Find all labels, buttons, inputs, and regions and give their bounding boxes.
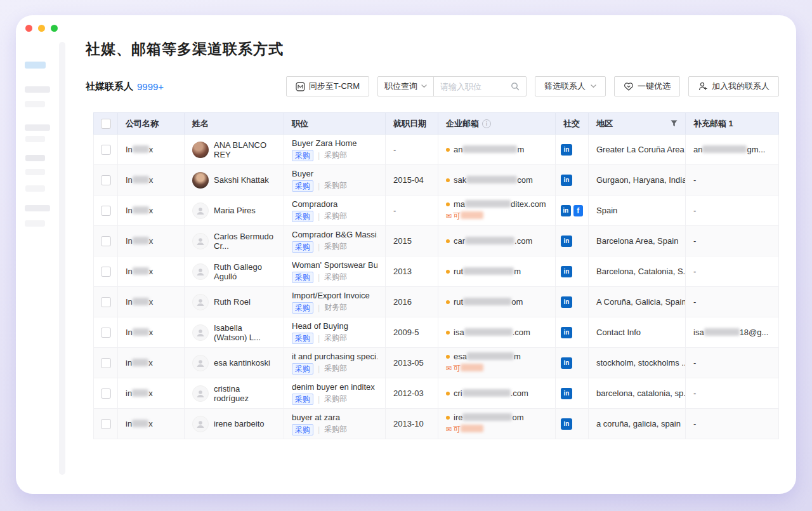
contact-name-cell: Isabella (Watson) L... (185, 317, 284, 348)
reachable-tag: ✉可 (446, 363, 547, 374)
company-name: Inx (126, 145, 153, 154)
region: Spain (596, 206, 617, 215)
region-cell: Greater La Coruña Area (589, 135, 686, 165)
purchase-tag: 采购 (292, 424, 313, 435)
info-icon[interactable]: i (482, 119, 491, 128)
tag-separator: | (318, 151, 320, 160)
region: barcelona, catalonia, sp... (596, 388, 686, 398)
linkedin-icon[interactable]: in (561, 205, 571, 216)
extra-email-cell: - (686, 378, 779, 409)
email-status-dot (446, 416, 450, 420)
avatar-placeholder (192, 416, 209, 432)
purchase-tag: 采购 (292, 241, 313, 253)
position-query-dropdown[interactable]: 职位查询 (378, 77, 434, 96)
row-checkbox[interactable] (101, 328, 111, 338)
region: stockholm, stockholms ... (596, 358, 686, 368)
redacted-blur (466, 176, 517, 183)
contact-name-cell: Carlos Bermudo Cr... (185, 226, 284, 256)
person-icon (195, 388, 206, 399)
facebook-icon[interactable]: f (573, 205, 584, 216)
company-name-cell: Inx (118, 317, 185, 348)
tag-separator: | (318, 395, 320, 404)
redacted-blur (133, 237, 149, 244)
redacted-blur (133, 267, 149, 275)
linkedin-icon[interactable]: in (561, 418, 572, 430)
linkedin-icon[interactable]: in (561, 266, 572, 277)
contacts-count-label: 社媒联系人 (86, 81, 133, 93)
row-checkbox[interactable] (101, 175, 111, 185)
contact-name: Ruth Roel (214, 297, 251, 307)
table-row: InxRuth Gallego AgullóWoman' Sportswear … (94, 256, 779, 287)
avatar-placeholder (192, 233, 209, 249)
table-row: InxANA BLANCO REYBuyer Zara Home采购|采购部-a… (94, 135, 779, 165)
minimize-window-button[interactable] (38, 25, 45, 32)
linkedin-icon[interactable]: in (561, 357, 572, 369)
purchase-tag: 采购 (292, 150, 313, 161)
redacted-blur (467, 352, 514, 360)
close-window-button[interactable] (25, 25, 32, 32)
email-cell: rutm (438, 256, 556, 287)
reachable-tag: ✉可 (446, 211, 547, 222)
extra-email-cell: angm... (686, 135, 779, 165)
search-icon[interactable] (511, 82, 520, 91)
corporate-email: sakcom (454, 175, 533, 185)
hire-date-cell: 2009-5 (386, 317, 438, 348)
region: Greater La Coruña Area (596, 145, 684, 154)
redacted-blur (464, 328, 513, 336)
row-checkbox[interactable] (101, 206, 111, 216)
row-checkbox[interactable] (101, 297, 111, 307)
column-header-extra-email: 补充邮箱 1 (686, 113, 779, 135)
linkedin-icon[interactable]: in (561, 144, 572, 156)
region: Contact Info (596, 328, 641, 337)
department-label: 采购部 (324, 394, 347, 404)
filter-icon[interactable] (671, 120, 678, 127)
corporate-email: anm (454, 145, 524, 154)
contact-name: Sakshi Khattak (214, 175, 269, 185)
linkedin-icon[interactable]: in (561, 175, 572, 186)
linkedin-icon[interactable]: in (561, 296, 572, 308)
tag-separator: | (318, 182, 320, 190)
hire-date: 2013-05 (393, 358, 424, 368)
social-cell: in (556, 317, 589, 348)
redacted-blur (461, 211, 483, 219)
sidebar-skeleton-item (25, 185, 45, 192)
avatar-placeholder (192, 263, 209, 280)
table-body: InxANA BLANCO REYBuyer Zara Home采购|采购部-a… (94, 135, 779, 439)
row-checkbox[interactable] (101, 358, 111, 368)
extra-email: - (693, 267, 696, 276)
position-title: Woman' Sportswear Bu... (292, 260, 377, 270)
row-checkbox[interactable] (101, 236, 111, 246)
position-search-input[interactable] (440, 82, 511, 91)
email-status-dot (446, 148, 450, 152)
hire-date-cell: 2016 (386, 287, 438, 317)
linkedin-icon[interactable]: in (561, 236, 572, 247)
hire-date: 2015 (393, 236, 412, 246)
linkedin-icon[interactable]: in (561, 327, 572, 338)
person-icon (195, 328, 206, 338)
filter-contacts-button[interactable]: 筛选联系人 (535, 76, 606, 96)
extra-email-cell: - (686, 256, 779, 287)
linkedin-icon[interactable]: in (561, 388, 572, 399)
row-checkbox[interactable] (101, 388, 111, 399)
row-checkbox[interactable] (101, 145, 111, 155)
position-cell: Buyer Zara Home采购|采购部 (284, 135, 386, 165)
company-name: Inx (126, 206, 153, 215)
tag-separator: | (318, 212, 320, 221)
corporate-email: cri.com (454, 388, 528, 398)
add-to-contacts-button[interactable]: 加入我的联系人 (688, 76, 779, 96)
position-cell: denim buyer en inditex采购|采购部 (284, 378, 386, 409)
chevron-down-icon (421, 84, 427, 88)
one-click-select-button[interactable]: 一键优选 (614, 76, 680, 96)
row-checkbox[interactable] (101, 419, 111, 429)
redacted-blur (462, 413, 512, 421)
column-header-position: 职位 (284, 113, 386, 135)
position-title: Comprador B&G Massi... (292, 230, 377, 239)
sidebar-skeleton-item (25, 205, 50, 211)
sync-tcrm-button[interactable]: 同步至T-CRM (286, 76, 369, 96)
select-all-checkbox[interactable] (101, 119, 111, 129)
zoom-window-button[interactable] (51, 25, 58, 32)
email-cell: cri.com (438, 378, 556, 409)
redacted-blur (702, 145, 747, 153)
contact-name-cell: Ruth Gallego Agulló (185, 256, 284, 287)
row-checkbox[interactable] (101, 267, 111, 277)
